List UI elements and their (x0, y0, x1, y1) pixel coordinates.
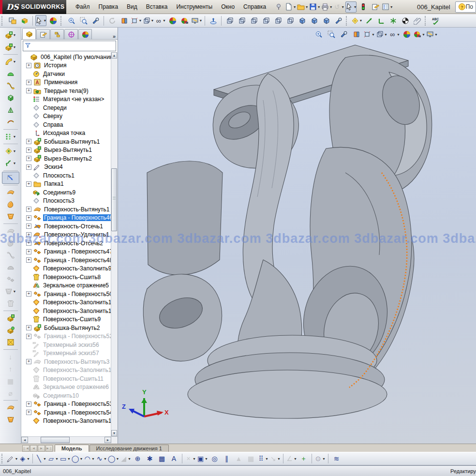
tree-item[interactable]: Сверху (21, 112, 118, 121)
dropdown-arrow-icon[interactable]: ▼ (199, 19, 203, 22)
dropdown-arrow-icon[interactable]: ▼ (104, 457, 107, 461)
tree-item[interactable]: +AПримечания (21, 78, 118, 87)
hide-show-items-button[interactable]: ∞▼ (388, 29, 400, 40)
tree-item-label[interactable]: Поверхность-Сшить8 (42, 274, 102, 281)
edit-appearance-button[interactable] (401, 29, 413, 40)
scroll-left-arrow[interactable]: ◄ (21, 437, 28, 443)
dropdown-arrow-icon[interactable]: ▼ (13, 45, 16, 49)
dropdown-arrow-icon[interactable]: ▼ (13, 290, 16, 293)
menu-item-2[interactable]: Вид (122, 2, 142, 11)
tree-item-label[interactable]: Бобышка-Вытянуть1 (43, 138, 101, 145)
tree-item-label[interactable]: Граница - Поверхность50 (43, 291, 114, 298)
drag-handle[interactable] (1, 16, 4, 26)
tree-item[interactable]: +Поверхность-Отсечь2 (21, 239, 118, 248)
rip-button[interactable]: ▦ (2, 375, 19, 387)
mirror-entities-button[interactable]: ∥ (221, 453, 232, 464)
display-style-button[interactable]: ▼ (143, 15, 154, 26)
tree-item[interactable]: +Граница - Поверхность47 (21, 248, 118, 256)
tile-window-button[interactable] (7, 15, 18, 26)
expand-toggle[interactable]: + (26, 63, 31, 68)
expand-toggle[interactable]: + (26, 240, 31, 246)
expand-toggle[interactable]: + (26, 249, 31, 254)
center-of-mass-button[interactable] (400, 15, 411, 26)
tree-item[interactable]: +Граница - Поверхность53 (21, 400, 118, 409)
tree-item-label[interactable]: Бобышка-Вытянуть2 (43, 325, 101, 331)
menu-item-1[interactable]: Правка (94, 2, 123, 11)
view-front-button[interactable] (224, 15, 235, 26)
dropdown-arrow-icon[interactable]: ▼ (305, 5, 309, 9)
curves-button[interactable]: ▼ (2, 145, 19, 157)
tree-item-label[interactable]: Вырез-Вытянуть2 (43, 155, 93, 162)
tree-item[interactable]: +Твердые тела(9) (21, 87, 118, 95)
point-button[interactable]: ✱ (144, 453, 155, 464)
tree-item[interactable]: +Бобышка-Вытянуть1 (21, 137, 118, 146)
dropdown-arrow-icon[interactable]: ▼ (163, 19, 166, 22)
dropdown-arrow-icon[interactable]: ▼ (422, 33, 425, 36)
move-entities-button[interactable]: ↘▼ (269, 453, 281, 464)
dropdown-arrow-icon[interactable]: ▼ (329, 5, 333, 9)
trim-entities-button[interactable]: ×▼ (185, 453, 196, 464)
reference-plane-button[interactable]: ▼ (351, 15, 362, 26)
tree-vertical-scrollbar[interactable]: ▲▼ (111, 52, 118, 436)
shell-button[interactable] (2, 92, 19, 104)
tree-item[interactable]: +История (21, 61, 118, 70)
tree-item[interactable]: +Вырез-Вытянуть2 (21, 154, 118, 163)
options-button[interactable]: ▼ (382, 1, 393, 13)
spell-check-button[interactable]: ABC (430, 15, 441, 26)
hide-show-items-button[interactable]: ∞▼ (155, 15, 166, 26)
part-appearance-button[interactable] (19, 15, 30, 26)
tree-item-label[interactable]: Граница - Поверхность47 (43, 248, 114, 255)
dropdown-arrow-icon[interactable]: ▼ (13, 135, 16, 138)
expand-toggle[interactable]: + (26, 232, 31, 238)
dropdown-arrow-icon[interactable]: ▼ (294, 457, 297, 461)
tree-item-label[interactable]: Исходная точка (42, 130, 86, 136)
menu-item-3[interactable]: Вставка (142, 2, 172, 11)
tree-item-label[interactable]: Сверху (42, 113, 63, 119)
tree-item[interactable]: Датчики (21, 70, 118, 78)
instant3d-button[interactable] (2, 172, 19, 184)
scroll-right-arrow[interactable]: ► (104, 437, 111, 443)
tree-item[interactable]: Поверхность-Заполнить1 (21, 298, 118, 307)
display-relations-button[interactable]: ∠▼ (286, 453, 297, 464)
magnified-selection-button[interactable] (90, 15, 101, 26)
tree-item-label[interactable]: Спереди (42, 104, 68, 111)
sketch-picture-button[interactable]: ▦ (245, 453, 256, 464)
view-dimetric-button[interactable] (321, 15, 332, 26)
convert-to-body-button[interactable] (2, 312, 19, 324)
dropdown-arrow-icon[interactable]: ▼ (193, 457, 196, 461)
expand-toggle[interactable]: + (26, 215, 31, 221)
circular-pattern-button[interactable]: ⊙▼ (314, 453, 326, 464)
appearance-ball-button[interactable] (47, 15, 59, 26)
linear-sketch-pattern-button[interactable]: ⠿▼ (257, 453, 268, 464)
tree-item-label[interactable]: Граница - Поверхность48 (43, 257, 114, 264)
dropdown-arrow-icon[interactable]: ▼ (354, 5, 357, 9)
coordinate-system-button[interactable] (375, 15, 387, 26)
polygon-button[interactable]: ⊕ (132, 453, 143, 464)
dropdown-arrow-icon[interactable]: ▼ (397, 33, 400, 36)
tree-item[interactable]: +Граница - Поверхность50 (21, 290, 118, 298)
dropdown-arrow-icon[interactable]: ▼ (128, 457, 131, 461)
apply-scene-button[interactable]: ▼ (414, 29, 425, 40)
dropdown-arrow-icon[interactable]: ▼ (43, 457, 46, 461)
dome-button[interactable] (2, 68, 19, 80)
tree-item[interactable]: Соединить9 (21, 188, 118, 197)
expand-toggle[interactable]: + (26, 257, 31, 263)
tree-item[interactable]: Соединить10 (21, 391, 118, 400)
view-selector-button[interactable] (333, 15, 344, 26)
sketch-warning-button[interactable]: ▲ (233, 453, 244, 464)
section-view-button[interactable] (351, 29, 362, 40)
tree-item[interactable]: +Поверхность-Удлинить1 (21, 231, 118, 239)
dropdown-arrow-icon[interactable]: ▼ (44, 19, 47, 22)
quick-snaps-button[interactable]: ≋ (331, 453, 342, 464)
tree-item-label[interactable]: Поверхность-Заполнить1 (42, 367, 112, 373)
convert-to-mesh-button[interactable] (2, 324, 19, 336)
expand-toggle[interactable]: + (26, 207, 31, 212)
tree-item-label[interactable]: Поверхность-Удлинить1 (43, 231, 110, 238)
linear-pattern-button[interactable]: ▼ (2, 131, 19, 143)
file-properties-button[interactable] (370, 1, 381, 13)
tree-item[interactable]: 3DТрехмерный эскиз56 (21, 341, 118, 349)
tree-item[interactable]: Спереди (21, 104, 118, 112)
corner-rectangle-button[interactable]: ▱▼ (47, 453, 59, 464)
spline-button[interactable]: ∿▼ (96, 453, 107, 464)
dropdown-arrow-icon[interactable]: ▼ (13, 149, 16, 153)
